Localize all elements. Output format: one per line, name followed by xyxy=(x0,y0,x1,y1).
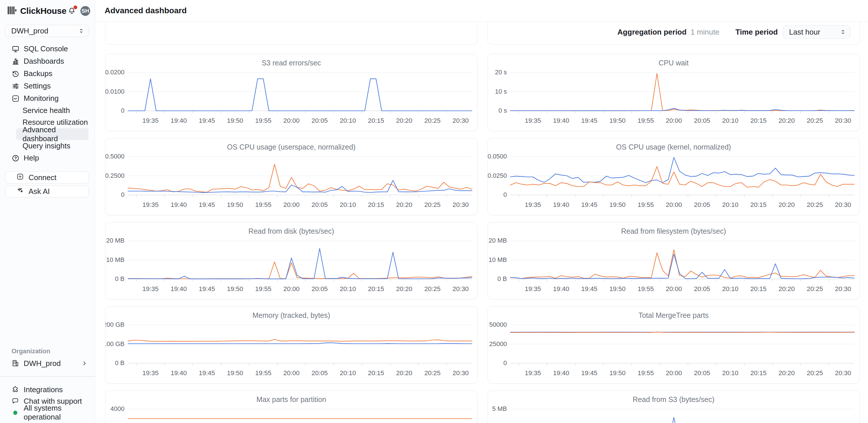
x-tick-label: 19:50 xyxy=(609,201,625,208)
x-tick-label: 20:15 xyxy=(368,201,384,208)
sidebar-item-label: Help xyxy=(24,154,39,163)
sidebar-item-service-health[interactable]: Service health xyxy=(0,105,95,117)
time-period-value: Last hour xyxy=(789,28,820,37)
x-tick-label: 20:00 xyxy=(283,369,300,377)
connect-button-label: Connect xyxy=(29,173,57,182)
x-tick-label: 20:05 xyxy=(312,369,328,377)
x-tick-label: 19:35 xyxy=(142,369,158,377)
y-tick-label: 0 xyxy=(121,191,124,198)
x-tick-label: 20:30 xyxy=(453,285,469,292)
x-tick-label: 20:10 xyxy=(722,201,738,208)
chat-icon xyxy=(11,397,19,405)
x-tick-label: 19:45 xyxy=(199,285,215,292)
x-tick-label: 20:25 xyxy=(807,201,823,208)
chart-card-read-from-s3-bytes-sec: Read from S3 (bytes/sec)5 MB2.5 MB0 B19:… xyxy=(488,390,860,423)
notifications-button[interactable] xyxy=(67,6,76,16)
series-line-orange xyxy=(128,339,472,341)
monitor-chart-icon xyxy=(11,95,20,103)
sidebar-item-help[interactable]: Help xyxy=(0,152,95,164)
sliders-icon xyxy=(11,82,20,90)
status-dot xyxy=(13,411,17,415)
page-title: Advanced dashboard xyxy=(104,6,187,15)
x-tick-label: 20:25 xyxy=(807,369,823,377)
x-tick-label: 20:00 xyxy=(666,369,682,377)
x-tick-label: 20:30 xyxy=(453,201,469,208)
x-tick-label: 19:50 xyxy=(609,285,625,292)
x-tick-label: 20:15 xyxy=(750,117,766,124)
app-title: ClickHouse xyxy=(20,6,66,16)
sidebar-item-settings[interactable]: Settings xyxy=(0,80,95,92)
x-tick-label: 19:55 xyxy=(255,201,271,208)
organization-item[interactable]: DWH_prod xyxy=(0,357,95,369)
x-tick-label: 19:35 xyxy=(142,285,158,292)
connect-button[interactable]: Connect xyxy=(5,171,89,184)
x-tick-label: 20:25 xyxy=(424,285,440,292)
sidebar-item-all-systems-operational[interactable]: All systems operational xyxy=(0,407,95,418)
x-tick-label: 20:30 xyxy=(835,285,851,292)
x-tick-label: 20:20 xyxy=(778,201,795,208)
series-line-blue xyxy=(128,249,472,279)
x-tick-label: 20:10 xyxy=(340,369,356,377)
time-period-select[interactable]: Last hour xyxy=(783,25,850,39)
y-tick-label: 100 GB xyxy=(105,340,124,348)
x-tick-label: 19:35 xyxy=(525,117,541,124)
x-tick-label: 20:20 xyxy=(396,369,412,377)
chart-card-os-cpu-usage-userspace-normalized: OS CPU usage (userspace, normalized)0.50… xyxy=(105,138,477,215)
x-tick-label: 20:10 xyxy=(722,285,738,292)
x-tick-label: 19:40 xyxy=(553,201,569,208)
x-tick-label: 20:00 xyxy=(666,285,682,292)
service-selector[interactable]: DWH_prod xyxy=(5,25,89,37)
sidebar-item-label: Settings xyxy=(24,82,51,91)
sidebar-nav: SQL ConsoleDashboardsBackupsSettingsMoni… xyxy=(0,43,95,164)
x-tick-label: 19:35 xyxy=(142,117,158,124)
console-icon xyxy=(11,45,20,53)
ask-ai-button[interactable]: Ask AI xyxy=(5,185,89,197)
y-tick-label: 0 B xyxy=(115,360,124,367)
x-tick-label: 20:30 xyxy=(835,369,851,377)
series-line-blue xyxy=(128,343,472,344)
sidebar-item-label: Service health xyxy=(23,106,70,115)
sidebar-footer: IntegrationsChat with supportAll systems… xyxy=(0,384,95,418)
sidebar-item-label: All systems operational xyxy=(24,404,95,422)
series-line-orange xyxy=(510,167,854,187)
sidebar-item-sql-console[interactable]: SQL Console xyxy=(0,43,95,55)
sidebar-item-monitoring[interactable]: Monitoring xyxy=(0,92,95,105)
x-tick-label: 19:35 xyxy=(525,369,541,377)
x-tick-label: 20:05 xyxy=(312,117,328,124)
x-tick-label: 19:40 xyxy=(170,285,187,292)
organization-section-label: Organization xyxy=(11,348,50,355)
x-tick-label: 19:35 xyxy=(525,201,541,208)
sparkles-icon xyxy=(17,187,24,196)
x-tick-label: 19:55 xyxy=(638,117,654,124)
x-tick-label: 19:45 xyxy=(581,201,597,208)
x-tick-label: 20:10 xyxy=(722,369,738,377)
status-dot xyxy=(11,409,19,416)
x-tick-label: 19:55 xyxy=(255,285,271,292)
x-tick-label: 19:45 xyxy=(581,117,597,124)
x-tick-label: 20:20 xyxy=(396,117,412,124)
x-tick-label: 19:50 xyxy=(227,369,243,377)
time-period-label: Time period xyxy=(736,28,778,37)
x-tick-label: 20:05 xyxy=(694,285,710,292)
y-tick-label: 10 MB xyxy=(106,256,124,263)
sidebar-item-integrations[interactable]: Integrations xyxy=(0,384,95,395)
y-tick-label: 0 s xyxy=(498,107,507,115)
chart-title: Read from disk (bytes/sec) xyxy=(105,227,477,235)
avatar[interactable]: SH xyxy=(81,6,90,16)
chart-title: Memory (tracked, bytes) xyxy=(105,311,477,320)
bar-chart-icon xyxy=(11,57,20,65)
x-tick-label: 19:40 xyxy=(170,201,187,208)
sidebar-item-advanced-dashboard[interactable]: Advanced dashboard xyxy=(16,128,89,140)
aggregation-period-value: 1 minute xyxy=(690,28,719,37)
y-tick-label: 0 xyxy=(121,107,124,115)
charts-grid: S3 read errors/sec0.02000.0100019:3519:4… xyxy=(105,54,860,423)
y-tick-label: 5 MB xyxy=(492,405,507,413)
sidebar-header: ClickHouse SH xyxy=(7,5,90,17)
x-tick-label: 20:25 xyxy=(424,369,440,377)
x-tick-label: 20:00 xyxy=(283,201,300,208)
sidebar-item-backups[interactable]: Backups xyxy=(0,67,95,80)
x-tick-label: 20:00 xyxy=(666,117,682,124)
x-tick-label: 19:45 xyxy=(199,117,215,124)
sidebar-item-dashboards[interactable]: Dashboards xyxy=(0,55,95,67)
chart-card-read-from-filesystem-bytes-sec: Read from filesystem (bytes/sec)20 MB10 … xyxy=(488,222,860,299)
